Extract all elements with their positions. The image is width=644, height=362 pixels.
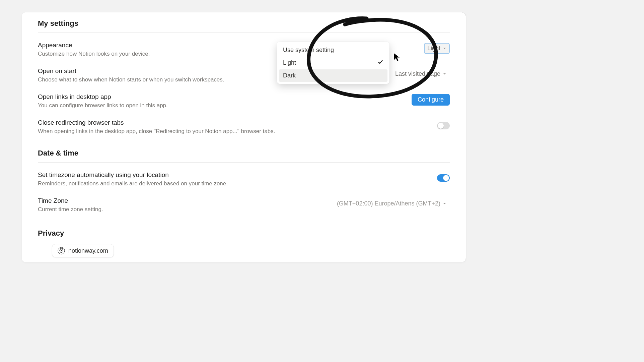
section-title-privacy: Privacy xyxy=(38,229,450,238)
open-on-start-desc: Choose what to show when Notion starts o… xyxy=(38,76,224,84)
divider xyxy=(38,162,450,163)
appearance-dropdown[interactable]: Light xyxy=(424,43,450,54)
row-open-links-desktop: Open links in desktop app You can config… xyxy=(38,93,450,110)
close-redirecting-toggle[interactable] xyxy=(437,122,450,129)
chevron-down-icon xyxy=(442,72,446,76)
row-close-redirecting: Close redirecting browser tabs When open… xyxy=(38,119,450,135)
settings-panel: My settings Appearance Customize how Not… xyxy=(22,12,466,262)
divider xyxy=(38,33,450,33)
close-redirecting-desc: When opening links in the desktop app, c… xyxy=(38,128,275,135)
appearance-selected: Light xyxy=(427,45,440,52)
option-label: Use system setting xyxy=(283,47,334,54)
appearance-label: Appearance xyxy=(38,42,150,49)
check-icon xyxy=(377,59,383,67)
row-auto-tz: Set timezone automatically using your lo… xyxy=(38,171,450,188)
appearance-option-dark[interactable]: Dark xyxy=(279,69,387,82)
appearance-desc: Customize how Notion looks on your devic… xyxy=(38,50,150,58)
watermark-badge[interactable]: notionway.com xyxy=(52,244,114,257)
timezone-desc: Current time zone setting. xyxy=(38,206,103,214)
open-on-start-dropdown[interactable]: Last visited page xyxy=(392,69,450,79)
appearance-option-light[interactable]: Light xyxy=(279,56,387,69)
page-title: My settings xyxy=(38,19,450,28)
auto-tz-label: Set timezone automatically using your lo… xyxy=(38,171,228,179)
open-links-desc: You can configure browser links to open … xyxy=(38,102,168,110)
avatar-icon xyxy=(58,247,65,254)
option-label: Dark xyxy=(283,72,296,79)
watermark-text: notionway.com xyxy=(68,247,108,254)
toggle-knob xyxy=(443,175,449,181)
chevron-down-icon xyxy=(442,202,446,206)
appearance-option-system[interactable]: Use system setting xyxy=(279,44,387,56)
option-label: Light xyxy=(283,59,296,66)
section-title-datetime: Date & time xyxy=(38,149,450,158)
auto-tz-toggle[interactable] xyxy=(437,174,450,182)
open-on-start-label: Open on start xyxy=(38,67,224,75)
chevron-down-icon xyxy=(442,46,446,50)
toggle-knob xyxy=(438,123,444,129)
close-redirecting-label: Close redirecting browser tabs xyxy=(38,119,275,126)
open-links-label: Open links in desktop app xyxy=(38,93,168,101)
timezone-label: Time Zone xyxy=(38,197,103,204)
timezone-selected: (GMT+02:00) Europe/Athens (GMT+2) xyxy=(337,200,440,207)
row-timezone: Time Zone Current time zone setting. (GM… xyxy=(38,197,450,214)
configure-button[interactable]: Configure xyxy=(412,94,450,106)
appearance-popover: Use system setting Light Dark xyxy=(277,42,389,84)
auto-tz-desc: Reminders, notifications and emails are … xyxy=(38,180,228,188)
open-on-start-selected: Last visited page xyxy=(395,70,440,77)
timezone-dropdown[interactable]: (GMT+02:00) Europe/Athens (GMT+2) xyxy=(334,199,450,208)
